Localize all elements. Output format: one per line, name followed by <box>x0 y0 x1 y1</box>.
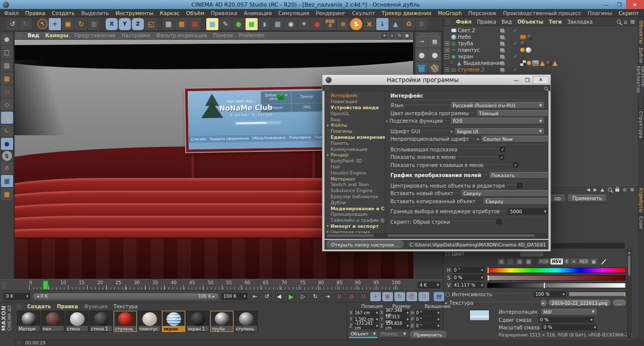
settings-category[interactable]: Навигация <box>325 99 385 105</box>
drop-icon[interactable]: ↓ <box>376 18 388 30</box>
selection-tag[interactable] <box>552 61 557 66</box>
caret-right-icon[interactable]: ▸ <box>386 119 389 123</box>
size-z-field[interactable]: 354.816 cm <box>384 323 410 329</box>
record-rotation-icon[interactable]: ↻ <box>394 292 405 301</box>
expand-icon[interactable]: + <box>445 41 449 46</box>
script-wrap-checkbox[interactable] <box>497 219 502 224</box>
sphere-points-icon[interactable]: ● <box>416 49 428 61</box>
spinner[interactable] <box>27 295 28 298</box>
settings-category[interactable]: Память <box>325 140 385 146</box>
dialog-search-icon[interactable] <box>544 86 547 90</box>
object-row[interactable]: + ~ плинтус <box>443 47 638 53</box>
eyedropper-icon[interactable] <box>601 258 606 264</box>
layer-icon[interactable] <box>500 68 504 71</box>
settings-category[interactable]: ▸ Импорт и экспорт <box>325 223 385 229</box>
image-picker-icon[interactable]: ▦ <box>525 258 532 265</box>
menu-item[interactable]: Скрипт <box>618 10 638 16</box>
blur-scale-field[interactable]: 0 % <box>542 324 597 330</box>
autokey-icon[interactable]: ◎ <box>346 292 357 301</box>
intensity-slider[interactable] <box>569 292 626 297</box>
apply-button[interactable]: Применить <box>410 331 447 338</box>
panel-tab[interactable]: Браузер библиотек <box>638 65 644 109</box>
dialog-close-button[interactable]: ✕ <box>533 76 549 84</box>
converge-icon[interactable]: × <box>363 18 375 30</box>
field-graph-dropdown[interactable]: Показать▼ <box>490 172 548 179</box>
settings-category[interactable]: OpenGL <box>325 110 385 116</box>
spinner[interactable] <box>376 325 378 327</box>
lock-z-icon[interactable]: Z <box>132 18 144 30</box>
psr-icon[interactable]: PSR 0 <box>324 18 336 30</box>
tooltip-checkbox[interactable] <box>500 147 505 152</box>
value-bar[interactable] <box>487 283 626 288</box>
toggle-views-icon[interactable]: ▦ <box>404 33 410 39</box>
mono-font-dropdown[interactable]: Courier New▼ <box>481 136 548 142</box>
panel-tab[interactable]: Структура <box>638 110 644 139</box>
color-mode-button[interactable]: ▦ <box>590 258 597 265</box>
live-selection-icon[interactable]: ↖ <box>37 19 48 29</box>
coord-mode-dropdown[interactable]: Объект▼ <box>349 331 377 338</box>
hue-bar[interactable] <box>487 268 626 273</box>
render-region-icon[interactable]: ▦ <box>176 18 188 30</box>
spinner[interactable] <box>407 325 409 327</box>
material-item[interactable]: экран <box>162 311 185 332</box>
visibility-dots[interactable] <box>508 35 510 40</box>
drag-handle[interactable] <box>17 341 21 345</box>
interpolation-dropdown[interactable]: MIP ▼ <box>541 309 597 315</box>
settings-category[interactable]: Коммуникация <box>325 146 385 152</box>
convert-icon[interactable]: ● <box>1 33 13 45</box>
om-menu-item[interactable]: Вид <box>502 19 512 25</box>
record-icon[interactable]: ⊘ <box>334 292 345 301</box>
gear-icon[interactable]: ⚙ <box>416 18 428 30</box>
xyz-transfer-icon[interactable]: ⊕ <box>337 18 349 30</box>
coord-system-icon[interactable]: ◱ <box>145 18 157 30</box>
triangle-icon[interactable]: ▲ <box>389 18 401 30</box>
visibility-dots[interactable] <box>508 54 510 59</box>
insert-copy-dropdown[interactable]: Сверху▼ <box>484 198 548 205</box>
spinner[interactable] <box>437 284 439 286</box>
selection-tag[interactable] <box>540 61 545 66</box>
camera-icon[interactable]: ◉ <box>285 18 297 30</box>
render-view-icon[interactable]: ▦ <box>163 18 175 30</box>
points-mode-icon[interactable]: ∷ <box>1 85 13 98</box>
simulate-icon[interactable]: S <box>350 18 362 30</box>
collapse-icon[interactable]: − <box>445 54 449 59</box>
material-item[interactable]: ступень <box>114 311 137 332</box>
settings-category[interactable]: Моделирование и Скульпт <box>325 205 385 211</box>
om-menu-item[interactable]: Объекты <box>517 19 543 25</box>
insert-new-dropdown[interactable]: Сверху▼ <box>461 190 548 197</box>
material-tag[interactable] <box>527 34 532 40</box>
drag-handle[interactable] <box>17 303 21 309</box>
texture-expand-icon[interactable]: ▸ <box>540 300 547 306</box>
om-menu-item[interactable]: Теги <box>549 19 562 25</box>
om-menu-item[interactable]: Файл <box>456 19 471 25</box>
lock-x-icon[interactable]: X <box>106 18 118 30</box>
point-move-icon[interactable]: → <box>416 35 428 47</box>
color-mode-button[interactable]: K <box>564 258 570 265</box>
close-button[interactable]: ✕ <box>626 0 644 9</box>
settings-category[interactable]: ▸ Рендер <box>325 152 385 158</box>
material-item[interactable]: пол <box>41 311 64 332</box>
object-row[interactable]: − ◉ экран ✓ <box>443 53 638 60</box>
anim-dot-icon[interactable] <box>445 251 450 256</box>
visibility-dots[interactable] <box>508 48 510 53</box>
spinner[interactable] <box>563 293 565 296</box>
material-menu-item[interactable]: Создать <box>27 304 51 309</box>
spinner[interactable] <box>244 295 246 298</box>
language-dropdown[interactable]: Русский (Russian) (ru-RU)▼ <box>451 102 544 109</box>
preview-range-slider[interactable]: ◂ 0 K 100 K ▸ <box>32 293 219 300</box>
pos-x-field[interactable]: 167 cm <box>354 310 379 316</box>
range-end-field[interactable]: 100 K <box>221 293 248 300</box>
layer-icon[interactable] <box>500 29 504 32</box>
color-mode-button[interactable]: HSV <box>550 258 563 265</box>
expand-icon[interactable]: + <box>445 67 449 72</box>
redo-icon[interactable]: ↻ <box>20 18 32 30</box>
rotate-icon[interactable]: ↻ <box>75 18 87 30</box>
om-search-icon[interactable] <box>617 20 621 24</box>
hue-field[interactable]: 0 ° <box>452 267 485 273</box>
rot-h-field[interactable]: 0 ° <box>415 310 440 316</box>
record-scale-icon[interactable]: ▣ <box>382 292 393 301</box>
visibility-dots[interactable] <box>508 41 510 46</box>
spinner[interactable] <box>376 312 378 314</box>
panel-tab[interactable]: Объекты <box>638 19 644 45</box>
snap-icon[interactable]: S <box>2 151 12 161</box>
